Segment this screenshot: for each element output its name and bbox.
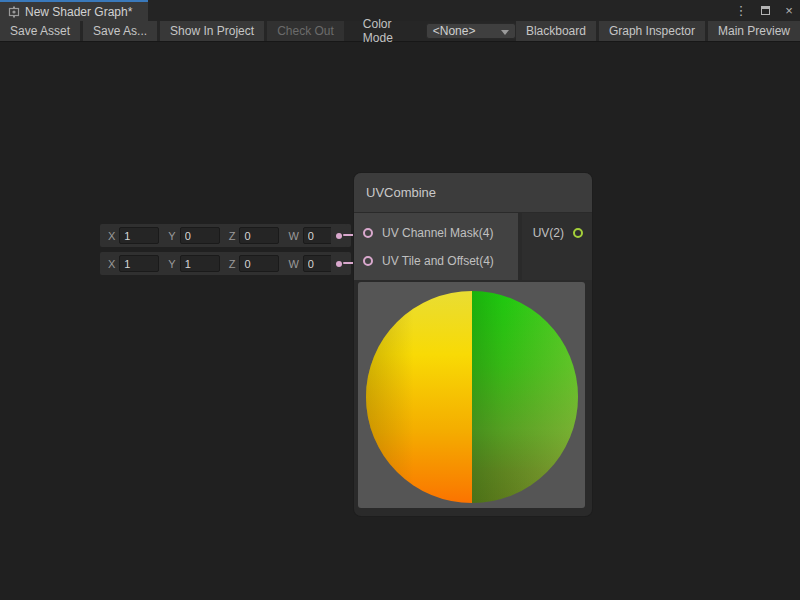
y-value-field[interactable]: [180, 255, 220, 272]
save-asset-button[interactable]: Save Asset: [0, 21, 80, 41]
vector-field-group: Y: [168, 227, 219, 244]
port-ring-icon[interactable]: [363, 228, 373, 238]
toolbar-spacer: [347, 21, 361, 41]
shader-graph-window: New Shader Graph* ⋮ × Save Asset Save As…: [0, 0, 800, 600]
input-port-uv-channel-mask[interactable]: UV Channel Mask(4): [354, 219, 518, 247]
window-controls: ⋮ ×: [734, 0, 796, 21]
toolbar-right-group: Blackboard Graph Inspector Main Preview: [516, 21, 800, 41]
save-as-button[interactable]: Save As...: [83, 21, 157, 41]
color-mode-label: Color Mode: [361, 21, 426, 41]
w-label: W: [288, 230, 298, 242]
tab-title: New Shader Graph*: [25, 5, 132, 19]
w-label: W: [288, 258, 298, 270]
node-title: UVCombine: [366, 185, 436, 200]
shader-graph-icon: [8, 6, 20, 18]
vector4-input-row-2: X Y Z W: [100, 252, 351, 275]
check-out-button: Check Out: [267, 21, 344, 41]
input-port-label: UV Tile and Offset(4): [382, 254, 494, 268]
vector-field-group: Y: [168, 255, 219, 272]
port-dot-icon: [336, 233, 342, 239]
sphere-left-half: [366, 291, 472, 503]
node-preview: [358, 282, 585, 508]
blackboard-toggle-button[interactable]: Blackboard: [516, 21, 596, 41]
x-label: X: [108, 230, 115, 242]
vector-field-group: X: [108, 227, 159, 244]
port-ring-icon[interactable]: [363, 256, 373, 266]
vector-field-group: Z: [229, 255, 280, 272]
shader-graph-toolbar: Save Asset Save As... Show In Project Ch…: [0, 21, 800, 42]
y-label: Y: [168, 258, 175, 270]
z-label: Z: [229, 230, 236, 242]
main-preview-toggle-button[interactable]: Main Preview: [708, 21, 800, 41]
vector-field-group: Z: [229, 227, 280, 244]
uv-preview-sphere: [366, 291, 578, 503]
show-in-project-button[interactable]: Show In Project: [160, 21, 264, 41]
maximize-glyph: [761, 6, 770, 15]
close-icon[interactable]: ×: [782, 0, 796, 21]
z-value-field[interactable]: [239, 227, 279, 244]
input-ports-section: UV Channel Mask(4) UV Tile and Offset(4): [354, 213, 518, 280]
port-ring-icon[interactable]: [573, 228, 583, 238]
z-label: Z: [229, 258, 236, 270]
graph-inspector-toggle-button[interactable]: Graph Inspector: [599, 21, 705, 41]
x-value-field[interactable]: [119, 255, 159, 272]
x-label: X: [108, 258, 115, 270]
output-ports-section: UV(2): [522, 213, 592, 280]
output-port-label: UV(2): [533, 226, 564, 240]
color-mode-dropdown[interactable]: <None>: [426, 23, 516, 39]
vector4-input-row-1: X Y Z W: [100, 224, 351, 247]
uvcombine-node[interactable]: UVCombine UV Channel Mask(4) UV Tile and…: [354, 173, 592, 516]
port-dot-icon: [336, 261, 342, 267]
kebab-menu-icon[interactable]: ⋮: [734, 0, 748, 21]
color-mode-value: <None>: [433, 24, 476, 38]
z-value-field[interactable]: [239, 255, 279, 272]
x-value-field[interactable]: [119, 227, 159, 244]
sphere-right-half: [472, 291, 578, 503]
graph-canvas[interactable]: X Y Z W X Y: [0, 43, 800, 600]
node-header[interactable]: UVCombine: [354, 173, 592, 213]
node-ports: UV Channel Mask(4) UV Tile and Offset(4)…: [354, 213, 592, 280]
output-port-uv[interactable]: UV(2): [522, 219, 592, 247]
chevron-down-icon: [501, 30, 509, 35]
tab-new-shader-graph[interactable]: New Shader Graph*: [0, 0, 148, 21]
vector-field-group: X: [108, 255, 159, 272]
y-label: Y: [168, 230, 175, 242]
y-value-field[interactable]: [180, 227, 220, 244]
maximize-icon[interactable]: [758, 0, 772, 21]
input-port-uv-tile-offset[interactable]: UV Tile and Offset(4): [354, 247, 518, 275]
input-port-label: UV Channel Mask(4): [382, 226, 493, 240]
